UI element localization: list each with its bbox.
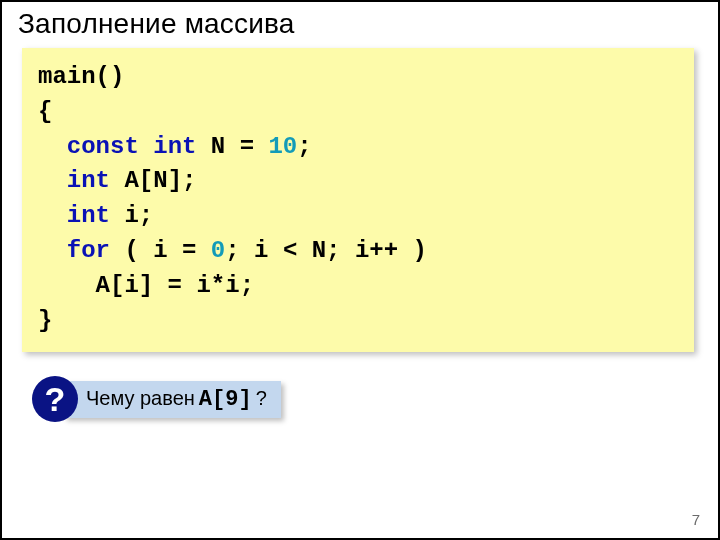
slide-title: Заполнение массива: [18, 8, 704, 40]
code-line: main(): [38, 63, 124, 90]
question-prefix: Чему равен: [86, 387, 195, 410]
question-expression: A[9]: [199, 387, 252, 412]
question-row: ? Чему равен A[9]?: [32, 376, 704, 422]
code-text: A[N];: [110, 167, 196, 194]
number-literal: 0: [211, 237, 225, 264]
question-box: Чему равен A[9]?: [64, 381, 281, 418]
code-text: ;: [297, 133, 311, 160]
page-number: 7: [692, 511, 700, 528]
number-literal: 10: [268, 133, 297, 160]
code-block: main() { const int N = 10; int A[N]; int…: [22, 48, 694, 352]
keyword-const: const: [67, 133, 139, 160]
keyword-int: int: [67, 202, 110, 229]
keyword-for: for: [67, 237, 110, 264]
code-text: N =: [196, 133, 268, 160]
keyword-int: int: [67, 167, 110, 194]
code-line: A[i] = i*i;: [38, 272, 254, 299]
question-suffix: ?: [256, 387, 267, 410]
code-text: ( i =: [110, 237, 211, 264]
code-line: }: [38, 307, 52, 334]
code-text: ; i < N; i++ ): [225, 237, 441, 264]
keyword-int: int: [153, 133, 196, 160]
code-line: {: [38, 98, 52, 125]
code-text: i;: [110, 202, 153, 229]
slide: Заполнение массива main() { const int N …: [0, 0, 720, 540]
